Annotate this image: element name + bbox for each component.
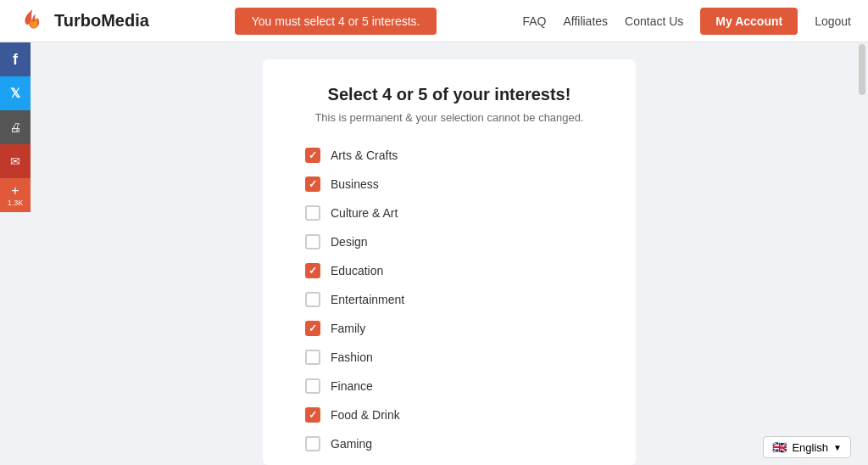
print-icon: 🖨 <box>9 120 21 134</box>
interests-card: Select 4 or 5 of your interests! This is… <box>263 59 636 465</box>
interest-checkbox[interactable] <box>305 176 320 192</box>
interest-item[interactable]: Family <box>297 314 602 343</box>
error-banner: You must select 4 or 5 interests. <box>235 8 437 35</box>
interest-checkbox[interactable] <box>305 350 320 365</box>
interest-item[interactable]: Entertainment <box>297 285 602 314</box>
twitter-share-button[interactable]: 𝕏 <box>0 76 31 110</box>
scrollbar[interactable] <box>856 42 868 465</box>
interest-label: Fashion <box>331 350 373 364</box>
interest-checkbox[interactable] <box>305 407 320 423</box>
facebook-icon: f <box>13 51 18 69</box>
flag-icon: 🇬🇧 <box>772 440 787 454</box>
logout-button[interactable]: Logout <box>815 14 851 28</box>
interest-item[interactable]: Gaming <box>297 429 602 458</box>
interest-label: Family <box>331 322 365 335</box>
email-icon: ✉ <box>10 154 20 168</box>
interest-label: Food & Drink <box>331 408 400 422</box>
plus-icon: + <box>11 183 19 199</box>
logo: TurboMedia <box>17 6 149 36</box>
header-nav: FAQ Affiliates Contact Us My Account Log… <box>522 8 851 35</box>
interest-checkbox[interactable] <box>305 205 320 221</box>
my-account-button[interactable]: My Account <box>700 8 798 35</box>
share-button[interactable]: + 1.3K <box>0 178 31 212</box>
interest-label: Arts & Crafts <box>331 148 398 162</box>
page-body: f 𝕏 🖨 ✉ + 1.3K Select 4 or 5 of your int… <box>0 42 868 465</box>
interest-label: Culture & Art <box>331 206 398 220</box>
affiliates-link[interactable]: Affiliates <box>563 14 608 28</box>
contact-us-link[interactable]: Contact Us <box>625 14 683 28</box>
interest-item[interactable]: Design <box>297 227 602 256</box>
card-title: Select 4 or 5 of your interests! <box>297 85 602 104</box>
interest-item[interactable]: Food & Drink <box>297 401 602 429</box>
interest-label: Entertainment <box>331 293 404 306</box>
interest-label: Design <box>331 235 368 249</box>
interest-item[interactable]: Finance <box>297 372 602 401</box>
language-selector[interactable]: 🇬🇧 English ▼ <box>763 436 851 458</box>
card-subtitle: This is permanent & your selection canno… <box>297 111 602 124</box>
interest-checkbox[interactable] <box>305 148 320 163</box>
social-sidebar: f 𝕏 🖨 ✉ + 1.3K <box>0 42 31 465</box>
interest-label: Education <box>331 264 383 277</box>
share-count: 1.3K <box>8 199 24 207</box>
interest-item[interactable]: Business <box>297 170 602 199</box>
logo-icon <box>17 6 47 36</box>
interest-checkbox[interactable] <box>305 292 320 307</box>
interest-item[interactable]: Arts & Crafts <box>297 141 602 170</box>
interest-item[interactable]: Culture & Art <box>297 199 602 227</box>
language-label: English <box>792 441 828 454</box>
interest-checkbox[interactable] <box>305 234 320 249</box>
chevron-down-icon: ▼ <box>833 443 842 452</box>
twitter-icon: 𝕏 <box>10 86 20 101</box>
facebook-share-button[interactable]: f <box>0 42 31 76</box>
interest-item[interactable]: Fashion <box>297 343 602 372</box>
print-button[interactable]: 🖨 <box>0 110 31 144</box>
interest-checkbox[interactable] <box>305 263 320 278</box>
interest-checkbox[interactable] <box>305 321 320 336</box>
main-content: Select 4 or 5 of your interests! This is… <box>31 42 868 465</box>
email-share-button[interactable]: ✉ <box>0 144 31 178</box>
interest-label: Business <box>331 177 379 191</box>
interest-label: Gaming <box>331 437 372 451</box>
interest-item[interactable]: Health & Fitness <box>297 458 602 465</box>
header: TurboMedia You must select 4 or 5 intere… <box>0 0 868 42</box>
faq-link[interactable]: FAQ <box>522 14 546 28</box>
interests-list: Arts & CraftsBusinessCulture & ArtDesign… <box>297 141 602 465</box>
header-center: You must select 4 or 5 interests. <box>149 8 523 35</box>
logo-text: TurboMedia <box>54 11 149 31</box>
scrollbar-thumb <box>859 44 865 95</box>
interest-checkbox[interactable] <box>305 378 320 394</box>
interest-item[interactable]: Education <box>297 256 602 285</box>
interest-checkbox[interactable] <box>305 436 320 451</box>
interest-label: Finance <box>331 379 373 393</box>
